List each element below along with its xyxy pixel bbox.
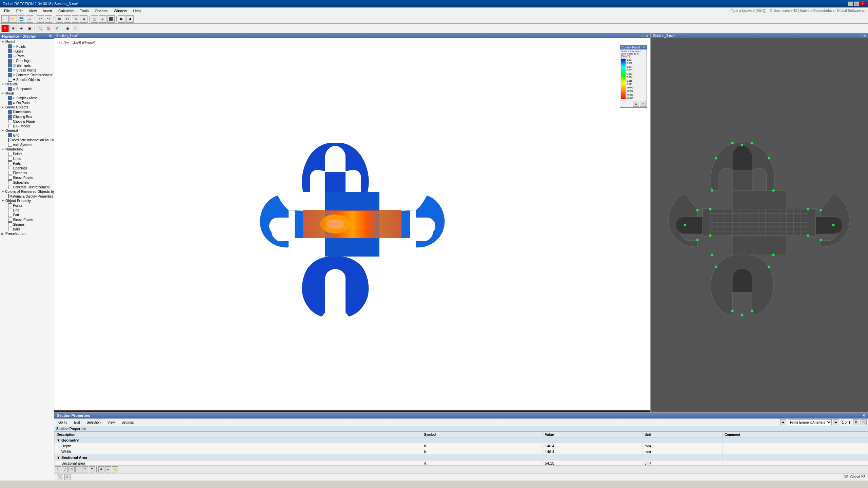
viewport-left-close[interactable]: ✕ [646,34,648,38]
nav-colors-rendered[interactable]: ▼ Colors of Rendered Objects by [1,189,53,194]
viewport-right-maximize[interactable]: □ [860,34,862,38]
tb2-btn3[interactable]: ⊗ [18,25,25,32]
nav-num-elements[interactable]: Elements [1,170,53,175]
nav-clipping-box[interactable]: Clipping Box [1,114,53,119]
settings-tab[interactable]: Settings [119,420,136,425]
nav-num-points[interactable]: Points [1,151,53,156]
nav-clipping-plane[interactable]: Clipping Plane [1,119,53,124]
navigator-close-icon[interactable]: ✕ [49,34,52,38]
nav-concrete-reinf-model[interactable]: ◈Concrete Reinforcement [1,73,53,77]
control-panel-close-icon[interactable]: ✕ [643,46,645,49]
nav-stress-points[interactable]: ✤Stress Points [1,68,53,73]
viewport-left-maximize[interactable]: □ [642,34,644,38]
menu-calculate[interactable]: Calculate [56,8,77,14]
next-page-button[interactable]: ▶ [833,419,839,425]
nav-special-objects[interactable]: ★Special Objects [1,77,53,82]
open-button[interactable]: 📂 [9,15,17,23]
save-button[interactable]: 💾 [18,15,25,23]
nav-num-concrete-reinf[interactable]: Concrete Reinforcement [1,185,53,189]
tb-btn3[interactable]: ✎ [72,15,79,23]
tb2-btn9[interactable]: ⬚ [72,25,79,32]
nav-general[interactable]: ▼ General [1,128,53,133]
view-tab[interactable]: View [105,420,118,425]
status-props-button[interactable]: 🔧 [57,474,63,480]
nav-lines[interactable]: ━Lines [1,49,53,54]
analysis-dropdown[interactable]: Finite Element Analysis [788,419,832,425]
viewport-right-minimize[interactable]: — [855,34,859,38]
bottom-close-icon[interactable]: ✕ [862,413,865,418]
menu-edit[interactable]: Edit [14,8,25,14]
nav-obj-points[interactable]: Points [1,203,53,208]
tb2-btn7[interactable]: ⤢ [53,25,60,32]
nav-num-openings[interactable]: Openings [1,166,53,170]
nav-material-display[interactable]: Material & Display Properties [1,194,53,199]
draw-circle-button[interactable]: ○ [75,466,81,472]
nav-obj-line[interactable]: Line [1,208,53,212]
nav-object-property[interactable]: ▼ Object Property [1,199,53,203]
tb2-btn2[interactable]: ⊕ [9,25,17,32]
nav-mesh[interactable]: ▼ Mesh [1,91,53,96]
nav-coord-info[interactable]: Coordinate Information on Cursor [1,138,53,142]
tb-btn2[interactable]: ⊟ [64,15,71,23]
draw-arc-button[interactable]: ◠ [82,466,88,472]
nav-parts[interactable]: ▭Parts [1,54,53,58]
tb-btn6[interactable]: ◎ [99,15,106,23]
close-button[interactable]: ✕ [860,1,865,6]
nav-axis-system[interactable]: Axis System [1,142,53,147]
menu-window[interactable]: Window [111,8,130,14]
menu-insert[interactable]: Insert [40,8,55,14]
tb-btn4[interactable]: ⚙ [80,15,87,23]
edit-tab[interactable]: Edit [72,420,83,425]
export-button[interactable]: ⊞ [853,419,859,425]
prev-page-button[interactable]: ◀ [780,419,786,425]
minimize-button[interactable]: — [848,1,853,6]
nav-dxf-model[interactable]: DXF Model [1,124,53,128]
dim-button[interactable]: ↔ [105,466,111,472]
nav-obj-part[interactable]: Part [1,212,53,217]
status-cursor-button[interactable]: ↖ [64,474,71,480]
new-button[interactable]: 📄 [1,15,9,23]
goto-tab[interactable]: Go To [56,420,70,425]
nav-dimensions[interactable]: Dimensions [1,109,53,114]
nav-num-subpanels[interactable]: Subpanels [1,180,53,185]
cp-legend-button[interactable]: ≡ [640,101,646,107]
draw-rect-button[interactable]: □ [68,466,75,472]
tb-btn8[interactable]: ▶ [118,15,125,23]
print-button[interactable]: 🖨 [26,15,33,23]
nav-num-parts[interactable]: Parts [1,161,53,166]
nav-points[interactable]: ✦Points [1,44,53,49]
tb2-btn1[interactable]: ✕ [1,25,9,32]
redo-button[interactable]: ↪ [45,15,52,23]
tb2-btn8[interactable]: ◉ [64,25,71,32]
nav-openings[interactable]: ◻Openings [1,58,53,63]
nav-obj-stress-pts[interactable]: Stress Points [1,217,53,222]
draw-select-button[interactable]: ↖ [55,466,61,472]
nav-numbering[interactable]: ▼ Numbering [1,147,53,151]
viewport-right-content[interactable] [651,38,868,410]
nav-num-stress-pts[interactable]: Stress Points [1,175,53,180]
undo-button[interactable]: ↩ [37,15,44,23]
tb-btn9[interactable]: ◀ [126,15,134,23]
nav-guide-objects[interactable]: ▼ Guide Objects [1,105,53,109]
snap-button[interactable]: ⊕ [98,466,104,472]
draw-line-button[interactable]: ╱ [62,466,68,472]
nav-num-lines[interactable]: Lines [1,156,53,161]
draw-text-button[interactable]: T [89,466,95,472]
nav-grid[interactable]: Grid [1,133,53,138]
tb2-btn6[interactable]: 🏠 [45,25,52,32]
tb-btn7[interactable]: ⬛ [107,15,115,23]
cp-grid-button[interactable]: ⊞ [633,101,639,107]
nav-results[interactable]: ▼ Results [1,82,53,86]
nav-on-parts[interactable]: ⊟On Parts [1,100,53,105]
selection-tab[interactable]: Selection [84,420,103,425]
nav-obj-bars[interactable]: Bars [1,227,53,231]
viewport-left-content[interactable]: τxy (Vy = 1kN) [N/mm²] [54,38,650,410]
refresh-button[interactable]: 🔍 [861,419,867,425]
menu-view[interactable]: View [26,8,40,14]
measure-button[interactable]: 📏 [112,466,118,472]
nav-obj-stirrups[interactable]: Stirrups [1,222,53,227]
menu-tools[interactable]: Tools [77,8,92,14]
nav-subpanels[interactable]: ⊞Subpanels [1,86,53,91]
menu-file[interactable]: File [1,8,13,14]
tb-btn5[interactable]: △ [91,15,98,23]
